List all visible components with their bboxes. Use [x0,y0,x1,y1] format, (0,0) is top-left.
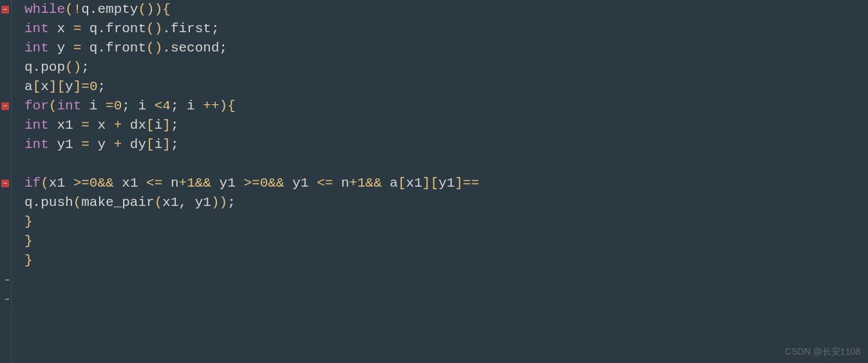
token-kw: if [24,174,41,193]
token-op: ! [73,0,82,19]
code-content[interactable]: while (!q.empty()) { int x = q.front().f… [12,0,868,363]
token-punct: ; [171,97,179,116]
token-paren: () [65,58,81,77]
code-line[interactable]: int y = q.front().second; [24,39,868,58]
token-punct: , [179,193,187,212]
token-op: <= [146,174,162,193]
code-line[interactable]: for (int i = 0; i < 4; i ++ ) { [24,97,868,116]
token-op: + [114,116,122,135]
token-kw: for [24,97,49,116]
token-func: front [106,19,146,39]
token-op: ++ [203,97,219,116]
token-var: q [81,19,97,39]
token-type: int [24,135,49,154]
token-punct: . [33,193,41,212]
token-var: x1 [114,174,146,193]
token-var: n [333,174,349,193]
token-brace: } [24,251,33,270]
token-op: < [155,97,163,116]
code-line[interactable]: if (x1 >= 0 && x1 <= n+1 && y1 >= 0 && y… [24,174,868,193]
token-paren: ( [65,0,73,19]
token-var: i [155,116,163,135]
token-type: int [24,39,49,58]
token-op: = [81,77,90,97]
token-brace: } [24,232,33,251]
token-kw: while [24,0,65,19]
token-op: >= [243,174,259,193]
token-paren: )) [211,193,227,212]
token-var: second [171,39,220,58]
token-punct: . [162,39,171,58]
token-var: y1 [284,174,316,193]
token-var: i [179,97,203,116]
token-var: x [41,77,49,97]
token-type: int [24,19,49,39]
token-var: x1 [162,193,178,212]
token-paren: ( [155,193,163,212]
token-num: 1 [187,174,195,193]
code-line[interactable]: while (!q.empty()) { [24,0,868,19]
code-line[interactable]: int x1 = x + dx[i]; [24,116,868,135]
token-num: 0 [90,77,98,97]
code-line[interactable]: } [24,212,868,232]
token-op: && [268,174,284,193]
token-brace: } [24,212,33,232]
token-var: i [130,97,155,116]
token-punct: . [97,19,106,39]
token-var: y1 [211,174,243,193]
token-var: x [49,19,73,39]
token-op: + [179,174,187,193]
token-func: push [41,193,73,212]
gutter-tick [5,299,9,300]
token-num: 0 [260,174,269,193]
code-line[interactable]: q.pop(); [24,58,868,77]
token-paren: ) [220,97,228,116]
fold-marker-icon[interactable]: − [1,180,9,187]
token-paren: ( [49,97,57,116]
token-paren: () [146,39,162,58]
fold-marker-icon[interactable]: − [1,6,9,14]
token-punct: ; [211,19,220,39]
code-line[interactable] [24,154,868,174]
token-bracket: [ [33,77,41,97]
token-op: <= [317,174,333,193]
token-var: x1 [49,174,73,193]
code-line[interactable]: } [24,251,868,270]
token-op: == [463,174,479,193]
token-bracket: ] [73,77,82,97]
token-punct: ; [227,193,236,212]
token-punct: ; [220,39,228,58]
token-brace: { [162,0,171,19]
fold-marker-icon[interactable]: − [1,102,9,110]
token-punct: . [162,19,171,39]
code-line[interactable]: } [24,232,868,251]
token-bracket: ][ [422,174,439,193]
token-op: = [106,97,114,116]
token-num: 1 [357,174,366,193]
token-num: 0 [114,97,122,116]
token-punct: . [33,58,41,77]
token-punct: . [90,0,98,19]
token-bracket: ] [455,174,463,193]
token-func: empty [97,0,138,19]
token-paren: ( [41,174,49,193]
token-punct: ; [171,135,179,154]
code-line[interactable]: q.push(make_pair(x1, y1)); [24,193,868,212]
token-paren: () [146,19,162,39]
token-var: dx [122,116,146,135]
gutter-tick [5,279,9,281]
token-var: n [162,174,178,193]
code-line[interactable]: int x = q.front().first; [24,19,868,39]
code-line[interactable]: a[x][y] = 0; [24,77,868,97]
token-var: y [65,77,73,97]
code-editor[interactable]: −−− while (!q.empty()) { int x = q.front… [0,0,868,363]
token-func: pop [41,58,65,77]
token-paren: () [138,0,154,19]
token-op: = [73,19,82,39]
token-bracket: [ [146,135,155,154]
token-var: dy [122,135,146,154]
code-line[interactable]: int y1 = y + dy[i]; [24,135,868,154]
token-var: x [90,116,114,135]
token-var: a [382,174,398,193]
token-paren: ) [155,0,163,19]
